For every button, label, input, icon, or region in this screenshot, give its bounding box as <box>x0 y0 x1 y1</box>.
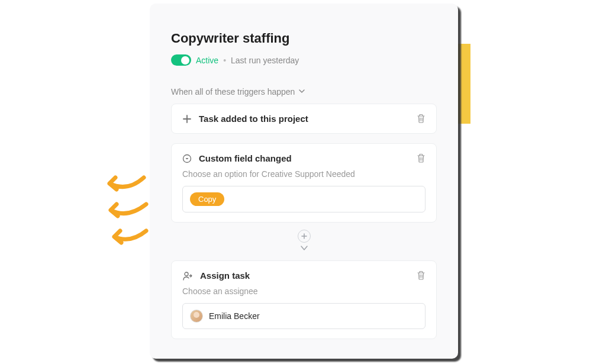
automation-panel-wrapper: Copywriter staffing Active • Last run ye… <box>150 4 458 359</box>
add-step-button[interactable] <box>298 230 311 243</box>
custom-field-select[interactable]: Copy <box>182 186 426 212</box>
arrow-down-icon <box>300 243 308 253</box>
chevron-down-icon <box>298 87 305 96</box>
assignee-avatar <box>190 310 203 323</box>
trigger-card-task-added[interactable]: Task added to this project <box>171 104 437 134</box>
trigger-card-custom-field: Custom field changed Choose an option fo… <box>171 143 437 223</box>
delete-action-button[interactable] <box>417 270 426 282</box>
action-title: Assign task <box>200 270 250 281</box>
trigger-description: Choose an option for Creative Support Ne… <box>182 169 426 179</box>
status-row: Active • Last run yesterday <box>171 54 437 66</box>
action-description: Choose an assignee <box>182 286 426 296</box>
action-card-assign: Assign task Choose an assignee Emilia Be… <box>171 260 437 339</box>
page-title: Copywriter staffing <box>171 31 437 46</box>
delete-trigger-button[interactable] <box>417 114 426 125</box>
last-run-text: Last run yesterday <box>231 56 299 65</box>
option-chip[interactable]: Copy <box>190 192 224 206</box>
automation-panel: Copywriter staffing Active • Last run ye… <box>150 4 458 359</box>
active-toggle[interactable] <box>171 54 191 66</box>
decorative-arrows <box>98 172 157 254</box>
separator-dot: • <box>223 56 226 65</box>
svg-point-1 <box>185 272 188 276</box>
flow-connector <box>171 230 437 253</box>
plus-icon <box>182 114 192 124</box>
circle-caret-down-icon <box>182 154 192 163</box>
person-arrow-icon <box>182 271 193 281</box>
triggers-subheading[interactable]: When all of these triggers happen <box>171 87 437 96</box>
active-label: Active <box>196 56 218 65</box>
trigger-title: Task added to this project <box>199 114 308 124</box>
assignee-name: Emilia Becker <box>209 311 260 321</box>
assignee-select[interactable]: Emilia Becker <box>182 303 426 329</box>
trigger-title: Custom field changed <box>199 153 292 163</box>
delete-trigger-button[interactable] <box>417 153 426 165</box>
